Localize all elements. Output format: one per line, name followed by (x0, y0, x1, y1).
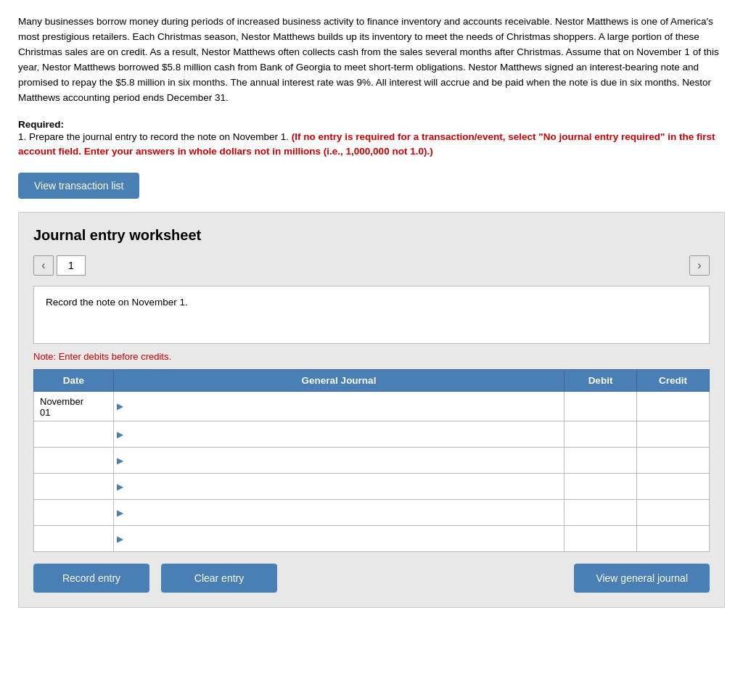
debit-input[interactable] (565, 394, 636, 419)
note-hint: Note: Enter debits before credits. (33, 351, 710, 362)
debit-cell[interactable] (565, 526, 637, 552)
journal-cell[interactable]: ▶ (114, 448, 565, 474)
row-arrow-icon: ▶ (114, 508, 126, 518)
table-row: ▶ (34, 448, 710, 474)
row-arrow-icon: ▶ (114, 456, 126, 466)
debit-cell[interactable] (565, 392, 637, 421)
credit-cell[interactable] (637, 526, 710, 552)
debit-cell[interactable] (565, 448, 637, 474)
clear-entry-button[interactable]: Clear entry (161, 564, 277, 593)
header-credit: Credit (637, 370, 710, 392)
credit-input[interactable] (637, 527, 709, 551)
debit-input[interactable] (565, 448, 636, 473)
date-cell: November 01 (34, 392, 114, 421)
instruction-line: 1. Prepare the journal entry to record t… (18, 130, 725, 160)
debit-input[interactable] (565, 527, 636, 551)
debit-cell[interactable] (565, 421, 637, 448)
journal-input[interactable] (126, 422, 564, 447)
credit-cell[interactable] (637, 500, 710, 526)
required-section: Required: 1. Prepare the journal entry t… (18, 119, 725, 160)
credit-input[interactable] (637, 394, 709, 419)
row-arrow-icon: ▶ (114, 401, 126, 411)
date-cell (34, 500, 114, 526)
credit-input[interactable] (637, 501, 709, 525)
debit-input[interactable] (565, 422, 636, 447)
table-row: ▶ (34, 474, 710, 500)
worksheet-container: Journal entry worksheet ‹ 1 › Record the… (18, 212, 725, 608)
date-cell (34, 421, 114, 448)
credit-cell[interactable] (637, 448, 710, 474)
nav-number-box: 1 (57, 255, 86, 276)
view-transaction-button[interactable]: View transaction list (18, 173, 139, 199)
table-row: ▶ (34, 526, 710, 552)
header-debit: Debit (565, 370, 637, 392)
journal-cell[interactable]: ▶ (114, 392, 565, 421)
journal-input[interactable] (126, 474, 564, 499)
table-row: ▶ (34, 500, 710, 526)
journal-cell[interactable]: ▶ (114, 421, 565, 448)
record-entry-button[interactable]: Record entry (33, 564, 149, 593)
date-cell (34, 526, 114, 552)
table-row: November 01▶ (34, 392, 710, 421)
required-label: Required: (18, 119, 725, 130)
credit-cell[interactable] (637, 474, 710, 500)
header-general-journal: General Journal (114, 370, 565, 392)
debit-input[interactable] (565, 501, 636, 525)
journal-input[interactable] (126, 394, 564, 419)
credit-input[interactable] (637, 474, 709, 499)
journal-table: Date General Journal Debit Credit Novemb… (33, 369, 710, 552)
credit-input[interactable] (637, 422, 709, 447)
debit-input[interactable] (565, 474, 636, 499)
credit-input[interactable] (637, 448, 709, 473)
bottom-buttons: Record entry Clear entry View general jo… (33, 564, 710, 593)
next-nav-button[interactable]: › (689, 255, 710, 276)
journal-cell[interactable]: ▶ (114, 526, 565, 552)
header-date: Date (34, 370, 114, 392)
worksheet-title: Journal entry worksheet (33, 227, 710, 244)
row-arrow-icon: ▶ (114, 429, 126, 440)
credit-cell[interactable] (637, 392, 710, 421)
view-general-journal-button[interactable]: View general journal (574, 564, 710, 593)
nav-row: ‹ 1 › (33, 255, 710, 276)
journal-input[interactable] (126, 501, 564, 525)
row-arrow-icon: ▶ (114, 534, 126, 544)
prev-nav-button[interactable]: ‹ (33, 255, 54, 276)
intro-paragraph: Many businesses borrow money during peri… (18, 15, 725, 106)
journal-cell[interactable]: ▶ (114, 474, 565, 500)
table-row: ▶ (34, 421, 710, 448)
journal-input[interactable] (126, 448, 564, 473)
journal-input[interactable] (126, 527, 564, 551)
credit-cell[interactable] (637, 421, 710, 448)
date-cell (34, 448, 114, 474)
journal-cell[interactable]: ▶ (114, 500, 565, 526)
note-box: Record the note on November 1. (33, 286, 710, 344)
table-header-row: Date General Journal Debit Credit (34, 370, 710, 392)
date-cell (34, 474, 114, 500)
debit-cell[interactable] (565, 474, 637, 500)
row-arrow-icon: ▶ (114, 482, 126, 492)
debit-cell[interactable] (565, 500, 637, 526)
